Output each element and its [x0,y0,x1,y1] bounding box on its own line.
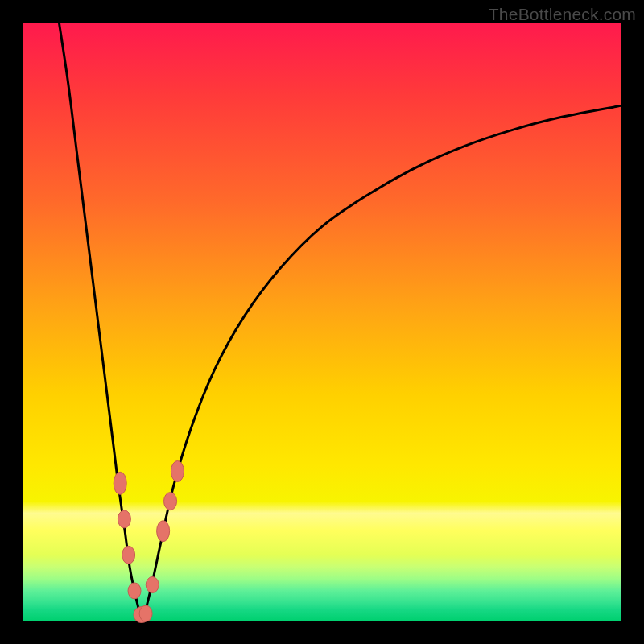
chart-svg [23,23,621,621]
curve-left-branch [60,23,142,617]
data-marker [171,461,184,482]
watermark-text: TheBottleneck.com [489,5,636,24]
chart-frame: TheBottleneck.com [0,0,644,644]
data-marker [122,546,135,564]
curve-group [60,23,621,617]
data-marker [164,493,177,510]
data-marker [146,576,159,592]
data-marker [157,521,170,542]
data-marker [128,583,141,599]
curve-right-branch [142,105,621,617]
data-marker [139,605,152,621]
data-marker [118,510,130,528]
data-marker [114,472,126,494]
